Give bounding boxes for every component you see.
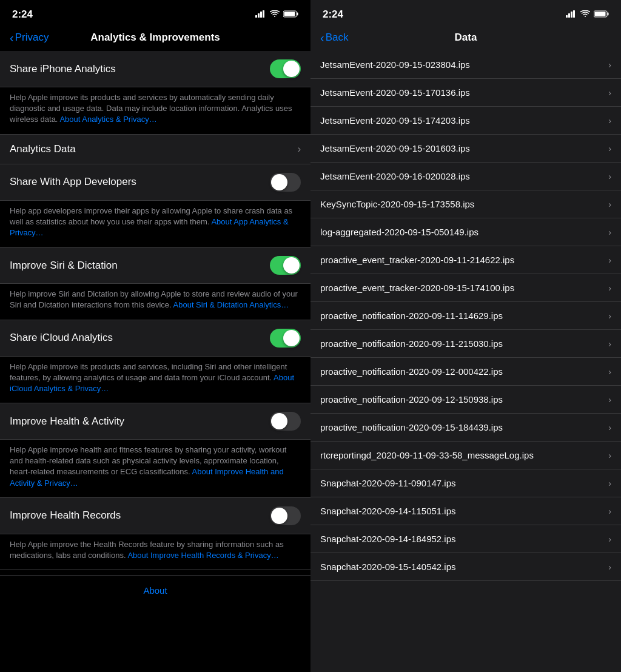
improve-health-records-label: Improve Health Records	[10, 509, 121, 522]
list-item[interactable]: proactive_event_tracker-2020-09-11-21462…	[310, 246, 621, 274]
improve-health-activity-toggle[interactable]	[270, 412, 301, 431]
siri-analytics-link[interactable]: About Siri & Dictation Analytics…	[173, 300, 289, 309]
data-item-chevron: ›	[608, 506, 611, 516]
share-iphone-analytics-label: Share iPhone Analytics	[10, 63, 116, 75]
improve-health-activity-row: Improve Health & Activity	[0, 403, 310, 440]
icloud-analytics-link[interactable]: About iCloud Analytics & Privacy…	[10, 373, 294, 393]
data-item-label: log-aggregated-2020-09-15-050149.ips	[320, 227, 603, 237]
data-item-label: Snapchat-2020-09-14-184952.ips	[320, 534, 603, 544]
data-item-label: proactive_event_tracker-2020-09-15-17410…	[320, 283, 603, 293]
data-item-chevron: ›	[608, 227, 611, 237]
svg-rect-13	[595, 12, 606, 16]
battery-icon	[283, 9, 298, 20]
data-item-label: JetsamEvent-2020-09-15-174203.ips	[320, 115, 603, 126]
data-item-chevron: ›	[608, 395, 611, 405]
left-status-icons	[255, 9, 298, 20]
data-item-chevron: ›	[608, 562, 611, 572]
svg-rect-12	[608, 13, 609, 16]
data-item-chevron: ›	[608, 534, 611, 544]
list-item[interactable]: JetsamEvent-2020-09-15-174203.ips ›	[310, 107, 621, 135]
data-item-label: proactive_notification-2020-09-15-184439…	[320, 422, 603, 432]
health-activity-link[interactable]: About Improve Health and Activity & Priv…	[10, 467, 284, 487]
list-item[interactable]: proactive_notification-2020-09-11-215030…	[310, 330, 621, 358]
analytics-data-row[interactable]: Analytics Data ›	[0, 135, 310, 164]
improve-health-activity-desc: Help Apple improve health and fitness fe…	[0, 440, 310, 498]
svg-rect-2	[260, 12, 262, 18]
share-icloud-label: Share iCloud Analytics	[10, 332, 113, 344]
app-analytics-privacy-link[interactable]: About App Analytics & Privacy…	[10, 217, 289, 237]
data-item-chevron: ›	[608, 367, 611, 377]
data-item-chevron: ›	[608, 311, 611, 321]
list-item[interactable]: proactive_notification-2020-09-15-184439…	[310, 414, 621, 442]
data-item-label: rtcreportingd_2020-09-11-09-33-58_messag…	[320, 450, 603, 460]
analytics-data-label: Analytics Data	[10, 143, 76, 155]
health-records-link[interactable]: About Improve Health Records & Privacy…	[127, 551, 278, 560]
share-app-developers-label: Share With App Developers	[10, 176, 136, 188]
share-iphone-analytics-toggle[interactable]	[270, 59, 301, 78]
analytics-privacy-link[interactable]: About Analytics & Privacy…	[59, 115, 156, 124]
list-item[interactable]: proactive_notification-2020-09-11-114629…	[310, 302, 621, 330]
list-item[interactable]: proactive_notification-2020-09-12-000422…	[310, 358, 621, 386]
share-icloud-toggle[interactable]	[270, 329, 301, 348]
left-back-label: Privacy	[15, 32, 49, 44]
list-item[interactable]: JetsamEvent-2020-09-15-170136.ips ›	[310, 79, 621, 107]
right-status-bar: 2:24	[310, 0, 621, 27]
data-item-chevron: ›	[608, 116, 611, 126]
right-nav-title: Data	[455, 32, 477, 44]
list-item[interactable]: proactive_notification-2020-09-12-150938…	[310, 386, 621, 414]
right-status-icons	[566, 9, 609, 20]
data-item-chevron: ›	[608, 283, 611, 293]
list-item[interactable]: rtcreportingd_2020-09-11-09-33-58_messag…	[310, 442, 621, 469]
list-item[interactable]: Snapchat-2020-09-14-115051.ips ›	[310, 497, 621, 525]
list-item[interactable]: Snapchat-2020-09-11-090147.ips ›	[310, 469, 621, 497]
left-status-bar: 2:24	[0, 0, 310, 27]
svg-rect-3	[263, 10, 264, 18]
improve-siri-label: Improve Siri & Dictation	[10, 260, 118, 272]
data-item-label: Snapchat-2020-09-15-140542.ips	[320, 562, 603, 572]
data-item-chevron: ›	[608, 144, 611, 153]
right-back-button[interactable]: ‹ Back	[320, 32, 348, 44]
improve-siri-toggle[interactable]	[270, 256, 301, 275]
data-item-label: proactive_notification-2020-09-11-114629…	[320, 311, 603, 321]
signal-icon	[255, 10, 266, 19]
list-item[interactable]: log-aggregated-2020-09-15-050149.ips ›	[310, 218, 621, 246]
improve-health-records-toggle[interactable]	[270, 506, 301, 525]
data-item-label: Snapchat-2020-09-11-090147.ips	[320, 478, 603, 488]
svg-rect-1	[258, 13, 260, 18]
settings-content: Share iPhone Analytics Help Apple improv…	[0, 51, 310, 672]
list-item[interactable]: Snapchat-2020-09-14-184952.ips ›	[310, 525, 621, 553]
list-item[interactable]: JetsamEvent-2020-09-15-023804.ips ›	[310, 51, 621, 79]
data-item-chevron: ›	[608, 172, 611, 181]
right-back-chevron: ‹	[320, 32, 324, 44]
svg-rect-0	[255, 15, 257, 18]
data-item-chevron: ›	[608, 88, 611, 98]
improve-siri-row: Improve Siri & Dictation	[0, 247, 310, 284]
data-item-label: JetsamEvent-2020-09-15-170136.ips	[320, 87, 603, 98]
right-nav-bar: ‹ Back Data	[310, 27, 621, 51]
data-item-chevron: ›	[608, 423, 611, 432]
left-nav-bar: ‹ Privacy Analytics & Improvements	[0, 27, 310, 51]
wifi-icon	[270, 9, 280, 20]
list-item[interactable]: Snapchat-2020-09-15-140542.ips ›	[310, 553, 621, 581]
list-item[interactable]: proactive_event_tracker-2020-09-15-17410…	[310, 274, 621, 302]
data-item-label: proactive_notification-2020-09-11-215030…	[320, 338, 603, 349]
data-item-label: JetsamEvent-2020-09-15-201603.ips	[320, 143, 603, 153]
list-item[interactable]: KeySyncTopic-2020-09-15-173558.ips ›	[310, 190, 621, 218]
list-item[interactable]: JetsamEvent-2020-09-16-020028.ips ›	[310, 163, 621, 190]
left-back-button[interactable]: ‹ Privacy	[10, 32, 49, 44]
data-item-chevron: ›	[608, 200, 611, 209]
svg-rect-8	[568, 13, 570, 18]
data-item-label: proactive_notification-2020-09-12-150938…	[320, 394, 603, 405]
share-icloud-desc: Help Apple improve its products and serv…	[0, 357, 310, 404]
list-item[interactable]: JetsamEvent-2020-09-15-201603.ips ›	[310, 135, 621, 163]
data-item-chevron: ›	[608, 479, 611, 488]
analytics-data-chevron: ›	[298, 144, 301, 155]
share-app-developers-toggle[interactable]	[270, 173, 301, 192]
share-app-developers-row: Share With App Developers	[0, 164, 310, 201]
improve-health-activity-label: Improve Health & Activity	[10, 415, 124, 428]
data-item-label: proactive_event_tracker-2020-09-11-21462…	[320, 255, 603, 265]
share-iphone-analytics-row: Share iPhone Analytics	[0, 51, 310, 87]
right-back-label: Back	[326, 32, 349, 44]
about-link[interactable]: About	[143, 585, 167, 596]
svg-rect-5	[297, 13, 298, 16]
